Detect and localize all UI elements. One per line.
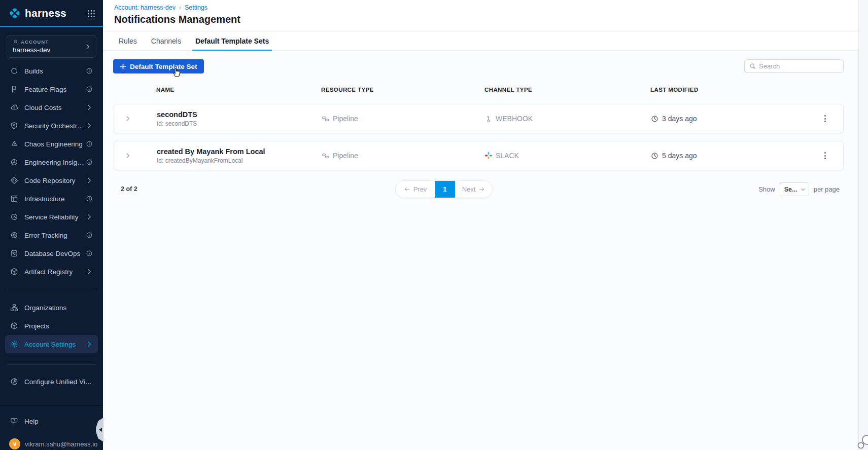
collapse-arrow-left-icon	[99, 428, 102, 432]
sidebar-nav-tertiary: Configure Unified View	[0, 372, 103, 391]
sidebar-divider	[7, 290, 96, 290]
column-header-name: NAME	[156, 87, 321, 93]
tab-default-template-sets[interactable]: Default Template Sets	[194, 31, 270, 50]
cloud-costs-icon: $	[10, 103, 18, 111]
table-header: NAME RESOURCE TYPE CHANNEL TYPE LAST MOD…	[114, 84, 844, 95]
search-icon	[749, 63, 756, 69]
per-page-label: per page	[814, 185, 840, 193]
security-icon	[10, 122, 18, 130]
sidebar-item-code-repository[interactable]: Code Repository	[5, 171, 98, 190]
table-row[interactable]: created By Mayank From Local Id: created…	[114, 141, 844, 170]
clock-icon	[651, 115, 658, 123]
sidebar-item-label: Projects	[24, 322, 49, 330]
sidebar-item-organizations[interactable]: Organizations	[5, 298, 98, 317]
sidebar-item-feature-flags[interactable]: Feature Flags	[5, 80, 98, 98]
sidebar-item-label: Feature Flags	[24, 86, 66, 93]
service-reliability-icon	[10, 213, 18, 221]
sidebar-item-label: Configure Unified View	[24, 378, 93, 386]
sidebar-item-infrastructure[interactable]: Infrastructure	[5, 190, 98, 208]
kebab-menu-button[interactable]	[819, 113, 831, 125]
arrow-left-icon	[404, 186, 410, 193]
show-label: Show	[758, 185, 775, 193]
sidebar-item-label: Error Tracking	[24, 232, 67, 239]
help-chat-icon: ?	[10, 417, 18, 425]
info-icon	[86, 195, 93, 202]
user-email: vikram.sahu@harness.io	[25, 440, 97, 448]
chevron-right-icon	[86, 268, 93, 275]
app-grid-menu-icon[interactable]	[87, 9, 96, 18]
logo-wordmark: harness	[25, 7, 66, 19]
table-row[interactable]: secondDTS Id: secondDTS Pipeline WEBHOOK	[114, 104, 844, 133]
page-title: Notifications Management	[114, 14, 240, 25]
chat-widget-icon[interactable]	[857, 434, 868, 450]
sidebar-item-projects[interactable]: Projects	[5, 317, 98, 335]
pagination-bar: 2 of 2 Prev 1 Next Show Se...	[114, 177, 844, 201]
user-profile-row[interactable]: v vikram.sahu@harness.io	[9, 438, 103, 449]
sidebar-item-cloud-costs[interactable]: $Cloud Costs	[5, 98, 98, 117]
app-root: { "sidebar": { "logo_text": "harness", "…	[0, 0, 868, 450]
page-number-button[interactable]: 1	[435, 181, 455, 198]
prev-page-button[interactable]: Prev	[396, 181, 435, 198]
sidebar-item-engineering-insights[interactable]: Engineering Insights	[5, 153, 98, 171]
info-icon	[86, 159, 93, 166]
sidebar-item-label: Engineering Insights	[24, 159, 86, 166]
sidebar-item-database-devops[interactable]: Database DevOps	[5, 244, 98, 262]
sidebar-item-chaos-engineering[interactable]: Chaos Engineering	[5, 135, 98, 153]
account-label: ACCOUNT	[21, 39, 49, 45]
sidebar-item-label: Security Orchestrat...	[24, 122, 86, 130]
sidebar-nav-secondary: OrganizationsProjectsAccount Settings	[0, 298, 103, 353]
cell-last-modified: 5 days ago	[651, 152, 815, 160]
tab-rules[interactable]: Rules	[118, 31, 138, 50]
add-default-template-set-button[interactable]: Default Template Set	[113, 59, 204, 73]
info-icon	[86, 86, 93, 93]
search-input[interactable]	[759, 62, 839, 70]
plus-icon	[120, 63, 126, 70]
sidebar-nav-primary: BuildsFeature Flags$Cloud CostsSecurity …	[0, 62, 103, 281]
expand-chevron-icon[interactable]	[114, 152, 157, 159]
sidebar-item-help[interactable]: ? Help	[5, 412, 98, 430]
user-avatar: v	[9, 438, 20, 449]
sidebar-item-label: Infrastructure	[24, 195, 65, 203]
sidebar-item-account-settings[interactable]: Account Settings	[5, 335, 98, 353]
cell-resource-type: Pipeline	[322, 115, 485, 123]
feature-flags-icon	[10, 85, 18, 93]
chevron-right-icon	[86, 177, 93, 184]
template-set-id: Id: secondDTS	[157, 120, 322, 127]
breadcrumb-account-link[interactable]: Account: harness-dev	[114, 4, 176, 11]
code-repo-icon	[10, 176, 18, 184]
sidebar-item-security-orchestrat[interactable]: Security Orchestrat...	[5, 117, 98, 135]
info-icon	[86, 232, 93, 239]
cell-last-modified: 3 days ago	[651, 115, 815, 123]
info-icon	[86, 140, 93, 147]
right-gutter	[858, 0, 868, 450]
next-page-button[interactable]: Next	[455, 181, 492, 198]
sidebar-item-service-reliability[interactable]: Service Reliability	[5, 208, 98, 226]
arrow-right-icon	[478, 186, 485, 193]
expand-chevron-icon[interactable]	[114, 115, 157, 122]
insights-icon	[10, 158, 18, 166]
organizations-icon	[10, 304, 18, 312]
page-size-control: Show Se... per page	[758, 182, 840, 196]
account-scope-card[interactable]: ACCOUNT harness-dev	[7, 35, 96, 58]
sidebar-item-label: Chaos Engineering	[24, 140, 83, 148]
breadcrumb-separator-icon: ›	[179, 4, 181, 11]
info-icon	[86, 67, 93, 74]
breadcrumb-settings-link[interactable]: Settings	[185, 4, 207, 11]
kebab-menu-button[interactable]	[819, 149, 831, 162]
chevron-down-icon	[801, 187, 806, 192]
sidebar-item-builds[interactable]: Builds	[5, 62, 98, 80]
template-set-name: secondDTS	[157, 110, 322, 119]
slack-icon	[485, 152, 492, 159]
sidebar-item-artifact-registry[interactable]: Artifact Registry	[5, 262, 98, 281]
chevron-right-icon	[86, 104, 93, 111]
chevron-right-icon	[84, 43, 91, 50]
page-size-select[interactable]: Se...	[780, 182, 809, 196]
sidebar-item-configure-unified-view[interactable]: Configure Unified View	[5, 372, 98, 391]
clock-icon	[651, 152, 658, 160]
sidebar-item-error-tracking[interactable]: Error Tracking	[5, 226, 98, 244]
sidebar-item-label: Service Reliability	[24, 213, 79, 221]
sidebar: harness ACCOUNT harness-dev BuildsFeatur…	[0, 0, 103, 450]
column-header-resource-type: RESOURCE TYPE	[321, 87, 484, 93]
tab-channels[interactable]: Channels	[150, 31, 182, 50]
artifact-icon	[10, 268, 18, 276]
